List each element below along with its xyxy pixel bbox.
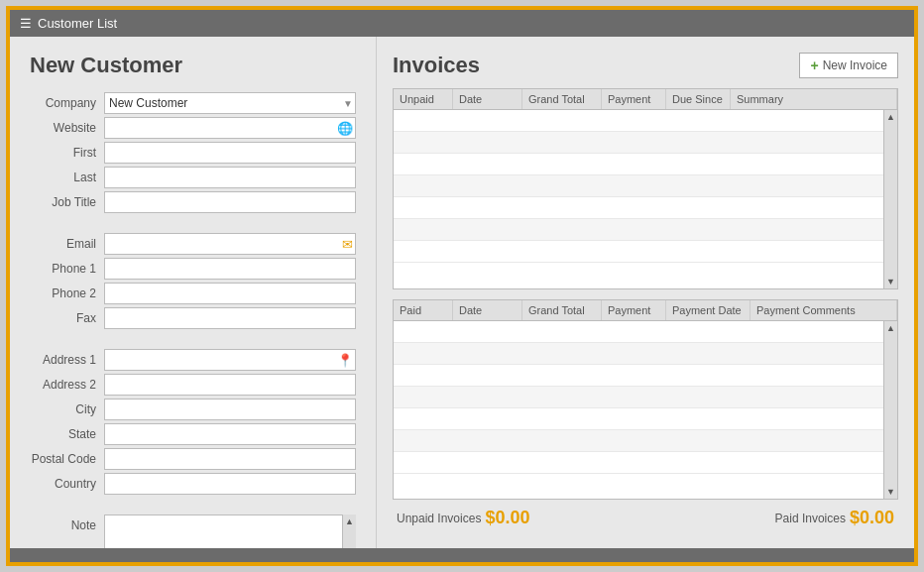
country-row: Country bbox=[30, 473, 356, 495]
table-row[interactable] bbox=[394, 110, 883, 132]
city-input[interactable] bbox=[104, 399, 356, 420]
customer-form: New Customer Company ▼ Website 🌐 bbox=[10, 37, 377, 548]
unpaid-total-group: Unpaid Invoices $0.00 bbox=[397, 508, 529, 528]
table-row[interactable] bbox=[394, 175, 883, 197]
state-input[interactable] bbox=[104, 423, 356, 445]
new-invoice-button[interactable]: + New Invoice bbox=[799, 53, 898, 78]
phone2-input[interactable] bbox=[104, 283, 356, 304]
address1-input[interactable] bbox=[104, 349, 356, 371]
unpaid-section: Unpaid Date Grand Total Payment Due Sinc… bbox=[393, 88, 898, 289]
last-input-wrap bbox=[104, 167, 356, 188]
website-input[interactable] bbox=[104, 117, 356, 139]
fax-input-wrap bbox=[104, 307, 356, 329]
phone2-label: Phone 2 bbox=[30, 286, 104, 300]
paid-rows bbox=[394, 321, 883, 500]
postal-code-input-wrap bbox=[104, 448, 356, 470]
paid-col-grand-total: Grand Total bbox=[522, 300, 602, 320]
note-row: Note ▲ ▼ bbox=[30, 515, 356, 548]
first-input[interactable] bbox=[104, 142, 356, 164]
unpaid-col-grand-total: Grand Total bbox=[522, 89, 602, 109]
address1-row: Address 1 📍 bbox=[30, 349, 356, 371]
scroll-up-icon: ▲ bbox=[884, 321, 897, 335]
table-row[interactable] bbox=[394, 365, 883, 387]
unpaid-scrollbar[interactable]: ▲ ▼ bbox=[883, 110, 897, 288]
city-label: City bbox=[30, 402, 104, 416]
fax-row: Fax bbox=[30, 307, 356, 329]
city-input-wrap bbox=[104, 399, 356, 420]
table-row[interactable] bbox=[394, 219, 883, 241]
unpaid-rows bbox=[394, 110, 883, 288]
paid-col-payment-comments: Payment Comments bbox=[751, 300, 897, 320]
last-input[interactable] bbox=[104, 167, 356, 188]
invoice-tables: Unpaid Date Grand Total Payment Due Sinc… bbox=[393, 88, 898, 500]
address2-input[interactable] bbox=[104, 374, 356, 396]
invoices-panel: Invoices + New Invoice Unpaid Date Grand… bbox=[377, 37, 914, 548]
website-row: Website 🌐 bbox=[30, 117, 356, 139]
table-row[interactable] bbox=[394, 197, 883, 219]
email-label: Email bbox=[30, 237, 104, 251]
job-title-row: Job Title bbox=[30, 191, 356, 213]
unpaid-col-unpaid: Unpaid bbox=[394, 89, 453, 109]
state-input-wrap bbox=[104, 423, 356, 445]
table-row[interactable] bbox=[394, 452, 883, 474]
postal-code-label: Postal Code bbox=[30, 452, 104, 466]
company-section: Company ▼ Website 🌐 First bbox=[30, 92, 356, 213]
invoices-title: Invoices bbox=[393, 53, 480, 78]
table-row[interactable] bbox=[394, 241, 883, 263]
table-row[interactable] bbox=[394, 430, 883, 452]
phone1-label: Phone 1 bbox=[30, 262, 104, 276]
job-title-input[interactable] bbox=[104, 191, 356, 213]
scroll-up-arrow: ▲ bbox=[343, 515, 356, 528]
address1-label: Address 1 bbox=[30, 353, 104, 367]
unpaid-table-body-wrap: ▲ ▼ bbox=[394, 110, 897, 288]
phone2-input-wrap bbox=[104, 283, 356, 304]
last-row: Last bbox=[30, 167, 356, 188]
plus-icon: + bbox=[810, 57, 818, 73]
fax-input[interactable] bbox=[104, 307, 356, 329]
statusbar bbox=[10, 548, 914, 562]
phone2-row: Phone 2 bbox=[30, 283, 356, 304]
paid-table: Paid Date Grand Total Payment Payment Da… bbox=[393, 299, 898, 501]
scroll-down-icon: ▼ bbox=[884, 485, 897, 499]
postal-code-row: Postal Code bbox=[30, 448, 356, 470]
table-row[interactable] bbox=[394, 387, 883, 408]
paid-invoices-label: Paid Invoices bbox=[775, 512, 846, 525]
table-row[interactable] bbox=[394, 154, 883, 175]
scroll-up-icon: ▲ bbox=[884, 110, 897, 124]
company-label: Company bbox=[30, 96, 104, 110]
note-scrollbar[interactable]: ▲ ▼ bbox=[342, 515, 356, 548]
first-input-wrap bbox=[104, 142, 356, 164]
note-textarea[interactable] bbox=[104, 515, 356, 548]
table-row[interactable] bbox=[394, 343, 883, 365]
table-row[interactable] bbox=[394, 132, 883, 154]
phone1-row: Phone 1 bbox=[30, 258, 356, 280]
country-input-wrap bbox=[104, 473, 356, 495]
table-row[interactable] bbox=[394, 408, 883, 430]
unpaid-col-summary: Summary bbox=[731, 89, 897, 109]
job-title-input-wrap bbox=[104, 191, 356, 213]
email-input[interactable] bbox=[104, 233, 356, 255]
unpaid-col-date: Date bbox=[453, 89, 522, 109]
menu-icon: ☰ bbox=[20, 16, 32, 31]
country-label: Country bbox=[30, 477, 104, 491]
scroll-down-icon: ▼ bbox=[884, 275, 897, 288]
unpaid-col-payment: Payment bbox=[602, 89, 666, 109]
state-row: State bbox=[30, 423, 356, 445]
website-label: Website bbox=[30, 121, 104, 135]
note-label: Note bbox=[30, 515, 104, 532]
app-window: ☰ Customer List New Customer Company ▼ W… bbox=[6, 6, 918, 566]
contact-section: Email ✉ Phone 1 Phone 2 bbox=[30, 233, 356, 329]
state-label: State bbox=[30, 427, 104, 441]
titlebar: ☰ Customer List bbox=[10, 10, 914, 37]
postal-code-input[interactable] bbox=[104, 448, 356, 470]
paid-col-payment: Payment bbox=[602, 300, 666, 320]
address-section: Address 1 📍 Address 2 City bbox=[30, 349, 356, 495]
address2-row: Address 2 bbox=[30, 374, 356, 396]
company-input[interactable] bbox=[104, 92, 356, 114]
country-input[interactable] bbox=[104, 473, 356, 495]
footer-totals: Unpaid Invoices $0.00 Paid Invoices $0.0… bbox=[393, 500, 898, 532]
phone1-input[interactable] bbox=[104, 258, 356, 280]
unpaid-col-due-since: Due Since bbox=[666, 89, 731, 109]
table-row[interactable] bbox=[394, 321, 883, 343]
paid-scrollbar[interactable]: ▲ ▼ bbox=[883, 321, 897, 500]
